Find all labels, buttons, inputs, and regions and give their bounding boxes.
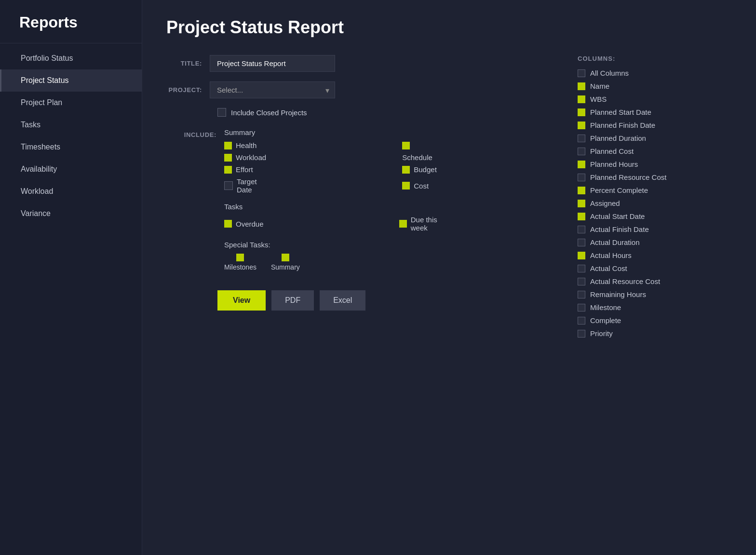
special-tasks-row: Milestones Summary <box>224 254 558 271</box>
due-this-week-label: Due thisweek <box>411 216 437 232</box>
column-label-3: Planned Finish Date <box>590 121 655 129</box>
column-item: Milestone <box>578 303 732 311</box>
sidebar-item-availability[interactable]: Availability <box>0 158 142 180</box>
view-button[interactable]: View <box>217 290 266 311</box>
title-input[interactable] <box>210 55 335 72</box>
health-checkbox[interactable] <box>224 142 232 149</box>
column-item: Percent Complete <box>578 186 732 194</box>
schedule-checkbox[interactable] <box>402 142 410 149</box>
project-label: PROJECT: <box>166 86 210 94</box>
summary-section-title: Summary <box>224 128 558 136</box>
tasks-grid: Overdue Due thisweek <box>224 216 558 232</box>
target-date-checkbox[interactable] <box>224 181 233 190</box>
title-row: TITLE: <box>166 55 558 72</box>
column-checkbox-3[interactable] <box>578 122 585 129</box>
column-label-13: Actual Hours <box>590 251 632 259</box>
column-label-10: Actual Start Date <box>590 212 645 220</box>
include-closed-row: Include Closed Projects <box>217 108 558 117</box>
column-checkbox-9[interactable] <box>578 200 585 207</box>
column-checkbox-16[interactable] <box>578 291 585 298</box>
cost-checkbox[interactable] <box>402 182 410 190</box>
column-item: Complete <box>578 316 732 325</box>
form-left: TITLE: PROJECT: Select... ▾ Include Clos… <box>166 55 558 311</box>
column-item: Priority <box>578 329 732 338</box>
sidebar-item-portfolio-status[interactable]: Portfolio Status <box>0 47 142 69</box>
column-item: Planned Resource Cost <box>578 173 732 181</box>
sidebar-title: Reports <box>0 14 142 43</box>
milestones-checkbox[interactable] <box>236 254 244 261</box>
overdue-checkbox[interactable] <box>224 220 232 228</box>
column-checkbox-5[interactable] <box>578 148 585 155</box>
column-label-8: Percent Complete <box>590 186 648 194</box>
columns-title: COLUMNS: <box>578 55 732 62</box>
column-label-12: Actual Duration <box>590 238 640 246</box>
workload-checkbox[interactable] <box>224 154 232 162</box>
column-checkbox-14[interactable] <box>578 265 585 272</box>
excel-button[interactable]: Excel <box>320 290 365 311</box>
column-checkbox-19[interactable] <box>578 330 585 338</box>
column-checkbox-18[interactable] <box>578 317 585 325</box>
effort-item: Effort <box>224 165 388 174</box>
target-date-label: TargetDate <box>237 177 257 194</box>
all-columns-checkbox[interactable] <box>578 69 585 77</box>
health-label: Health <box>236 141 256 149</box>
effort-checkbox[interactable] <box>224 166 232 174</box>
column-checkbox-8[interactable] <box>578 187 585 194</box>
project-select[interactable]: Select... <box>210 81 335 98</box>
column-label-17: Milestone <box>590 303 621 311</box>
column-checkbox-13[interactable] <box>578 252 585 259</box>
column-checkbox-12[interactable] <box>578 239 585 246</box>
sidebar-item-workload[interactable]: Workload <box>0 180 142 203</box>
column-label-15: Actual Resource Cost <box>590 277 660 285</box>
column-checkbox-2[interactable] <box>578 108 585 116</box>
column-item: Name <box>578 82 732 90</box>
column-item: Actual Resource Cost <box>578 277 732 285</box>
sidebar-item-timesheets[interactable]: Timesheets <box>0 136 142 158</box>
sidebar-item-project-status[interactable]: Project Status <box>0 69 142 92</box>
column-checkbox-1[interactable] <box>578 95 585 103</box>
column-checkbox-11[interactable] <box>578 226 585 233</box>
column-item: Actual Cost <box>578 264 732 272</box>
effort-label: Effort <box>236 165 253 174</box>
column-checkbox-0[interactable] <box>578 82 585 90</box>
column-checkbox-7[interactable] <box>578 174 585 181</box>
all-columns-label: All Columns <box>590 69 629 77</box>
column-item: Planned Cost <box>578 147 732 155</box>
project-row: PROJECT: Select... ▾ <box>166 81 558 98</box>
budget-checkbox[interactable] <box>402 166 410 174</box>
include-closed-checkbox[interactable] <box>217 108 226 117</box>
column-label-9: Assigned <box>590 199 620 207</box>
column-checkbox-17[interactable] <box>578 304 585 311</box>
summary-tasks-checkbox[interactable] <box>282 254 289 261</box>
tasks-section-title: Tasks <box>224 203 558 211</box>
sidebar-nav: Portfolio StatusProject StatusProject Pl… <box>0 47 142 225</box>
budget-check-item: Budget <box>402 165 558 174</box>
pdf-button[interactable]: PDF <box>271 290 314 311</box>
columns-section: COLUMNS: All Columns NameWBSPlanned Star… <box>578 55 732 342</box>
form-area: TITLE: PROJECT: Select... ▾ Include Clos… <box>166 55 732 342</box>
overdue-label: Overdue <box>236 220 264 228</box>
column-label-7: Planned Resource Cost <box>590 173 666 181</box>
column-item: Planned Hours <box>578 160 732 168</box>
include-closed-label: Include Closed Projects <box>231 108 307 117</box>
column-label-2: Planned Start Date <box>590 108 651 116</box>
column-label-18: Complete <box>590 316 621 325</box>
summary-grid: Health Workload Schedule <box>224 141 558 194</box>
summary-tasks-label: Summary <box>271 263 300 271</box>
sidebar-item-project-plan[interactable]: Project Plan <box>0 92 142 114</box>
schedule-check-item <box>402 141 558 149</box>
column-label-16: Remaining Hours <box>590 290 646 298</box>
column-checkbox-4[interactable] <box>578 135 585 142</box>
due-this-week-checkbox[interactable] <box>399 220 407 228</box>
column-checkbox-6[interactable] <box>578 161 585 168</box>
sidebar-item-variance[interactable]: Variance <box>0 203 142 225</box>
column-item: Actual Finish Date <box>578 225 732 233</box>
column-checkbox-10[interactable] <box>578 213 585 220</box>
milestones-label: Milestones <box>224 263 256 271</box>
column-checkbox-15[interactable] <box>578 278 585 285</box>
all-columns-item: All Columns <box>578 69 732 77</box>
column-label-4: Planned Duration <box>590 134 646 142</box>
include-body: Summary Health <box>224 128 558 271</box>
sidebar: Reports Portfolio StatusProject StatusPr… <box>0 0 142 555</box>
sidebar-item-tasks[interactable]: Tasks <box>0 114 142 136</box>
